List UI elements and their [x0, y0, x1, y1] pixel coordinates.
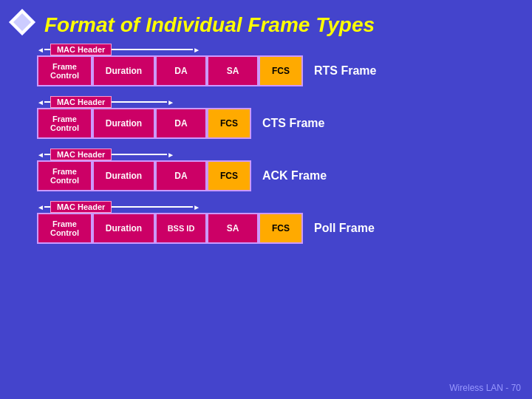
ack-section: ◄ MAC Header ► FrameControl Duration DA … — [37, 149, 510, 191]
cts-bracket-right: ► — [167, 98, 174, 106]
rts-section: ◄ MAC Header ► FrameControl Duration DA … — [37, 44, 510, 86]
rts-fields: FrameControl Duration DA SA FCS — [37, 55, 303, 86]
ack-frame-control: FrameControl — [37, 160, 92, 191]
poll-frame-label: Poll Frame — [303, 222, 375, 235]
ack-fields-row: FrameControl Duration DA FCS ACK Frame — [37, 160, 510, 191]
cts-fields: FrameControl Duration DA FCS — [37, 108, 251, 139]
content-area: ◄ MAC Header ► FrameControl Duration DA … — [0, 44, 532, 248]
rts-frame-label: RTS Frame — [303, 64, 376, 78]
cts-fcs: FCS — [207, 108, 251, 139]
diamond-logo — [7, 7, 37, 37]
cts-duration: Duration — [92, 108, 155, 139]
ack-line-right — [112, 154, 167, 155]
rts-mac-header-indicator: ◄ MAC Header ► — [37, 44, 510, 55]
cts-section: ◄ MAC Header ► FrameControl Duration DA … — [37, 97, 510, 139]
ack-frame-label: ACK Frame — [251, 169, 327, 183]
poll-sa: SA — [207, 213, 259, 244]
rts-line-right — [112, 49, 193, 50]
poll-bracket-left: ◄ — [37, 203, 44, 211]
poll-fields-row: FrameControl Duration BSS ID SA FCS Poll… — [37, 213, 510, 244]
rts-bracket-right: ► — [193, 46, 200, 54]
rts-da: DA — [155, 55, 207, 86]
cts-line-right — [112, 101, 167, 103]
cts-bracket-left: ◄ — [37, 98, 44, 106]
rts-mac-header-label: MAC Header — [50, 44, 112, 55]
ack-bracket-right: ► — [167, 151, 174, 159]
rts-frame-control: FrameControl — [37, 55, 92, 86]
cts-da: DA — [155, 108, 207, 139]
cts-mac-header-indicator: ◄ MAC Header ► — [37, 97, 510, 107]
ack-mac-header-label: MAC Header — [50, 149, 112, 160]
rts-duration: Duration — [92, 55, 155, 86]
poll-bracket-right: ► — [193, 203, 200, 211]
cts-mac-header-label: MAC Header — [50, 96, 112, 108]
cts-frame-label: CTS Frame — [251, 117, 324, 130]
poll-line-left — [44, 206, 50, 208]
poll-mac-header-label: MAC Header — [50, 201, 112, 213]
page-title: Format of Individual Frame Types — [0, 0, 532, 44]
ack-line-left — [44, 154, 50, 155]
ack-fcs: FCS — [207, 160, 251, 191]
rts-bracket-left: ◄ — [37, 46, 44, 54]
rts-sa: SA — [207, 55, 259, 86]
watermark: Wireless LAN - 70 — [449, 383, 521, 393]
poll-line-right — [112, 206, 193, 208]
poll-duration: Duration — [92, 213, 155, 244]
ack-duration: Duration — [92, 160, 155, 191]
rts-fcs: FCS — [259, 55, 303, 86]
rts-line-left — [44, 49, 50, 50]
cts-fields-row: FrameControl Duration DA FCS CTS Frame — [37, 108, 510, 139]
cts-frame-control: FrameControl — [37, 108, 92, 139]
ack-bracket-left: ◄ — [37, 151, 44, 159]
poll-section: ◄ MAC Header ► FrameControl Duration BSS… — [37, 202, 510, 244]
poll-bssid: BSS ID — [155, 213, 207, 244]
poll-fcs: FCS — [259, 213, 303, 244]
poll-mac-header-indicator: ◄ MAC Header ► — [37, 202, 510, 212]
poll-frame-control: FrameControl — [37, 213, 92, 244]
ack-fields: FrameControl Duration DA FCS — [37, 160, 251, 191]
poll-fields: FrameControl Duration BSS ID SA FCS — [37, 213, 303, 244]
ack-da: DA — [155, 160, 207, 191]
ack-mac-header-indicator: ◄ MAC Header ► — [37, 149, 510, 160]
cts-line-left — [44, 101, 50, 103]
rts-fields-row: FrameControl Duration DA SA FCS RTS Fram… — [37, 55, 510, 86]
